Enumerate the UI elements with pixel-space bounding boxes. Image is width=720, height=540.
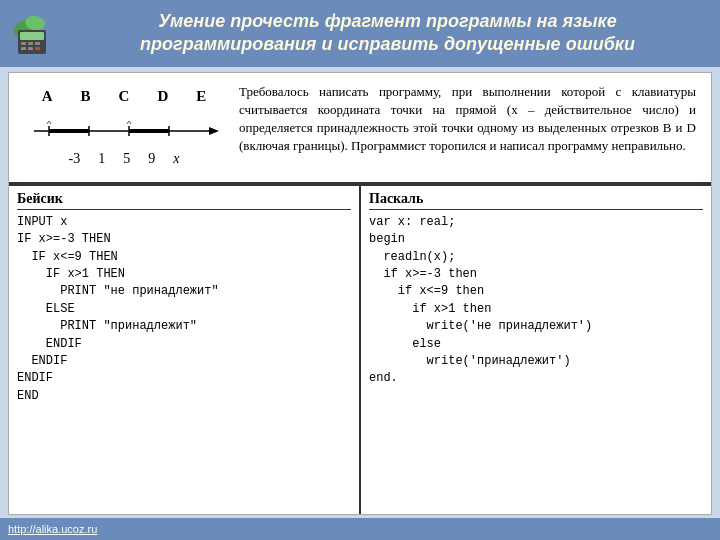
svg-rect-10 [35,47,40,50]
pascal-body: var x: real; begin readln(x); if x>=-3 t… [369,214,703,388]
diagram-area: A B C D E [24,83,224,172]
description-text: Требовалось написать программу, при выпо… [239,84,696,154]
svg-marker-12 [209,127,219,135]
svg-rect-7 [35,42,40,45]
calculator-icon [10,8,60,58]
svg-rect-8 [21,47,26,50]
pascal-header: Паскаль [369,191,703,210]
footer-link[interactable]: http://alika.ucoz.ru [8,523,97,535]
content-area: A B C D E [8,72,712,515]
footer-bar: http://alika.ucoz.ru [0,518,720,540]
basic-header: Бейсик [17,191,351,210]
top-section: A B C D E [9,73,711,184]
svg-rect-6 [28,42,33,45]
header-title: Умение прочесть фрагмент программы на яз… [70,10,705,57]
number-values: -3 1 5 9 x [69,151,180,167]
axis-labels: A B C D E [42,88,207,105]
main-container: Умение прочесть фрагмент программы на яз… [0,0,720,540]
svg-rect-5 [21,42,26,45]
description-area: Требовалось написать программу, при выпо… [239,83,696,172]
number-line-svg [29,109,219,149]
svg-rect-9 [28,47,33,50]
pascal-column: Паскаль var x: real; begin readln(x); if… [361,186,711,514]
code-section: Бейсик INPUT x IF x>=-3 THEN IF x<=9 THE… [9,184,711,514]
basic-body: INPUT x IF x>=-3 THEN IF x<=9 THEN IF x>… [17,214,351,405]
svg-rect-4 [20,32,44,40]
basic-column: Бейсик INPUT x IF x>=-3 THEN IF x<=9 THE… [9,186,361,514]
header: Умение прочесть фрагмент программы на яз… [0,0,720,67]
